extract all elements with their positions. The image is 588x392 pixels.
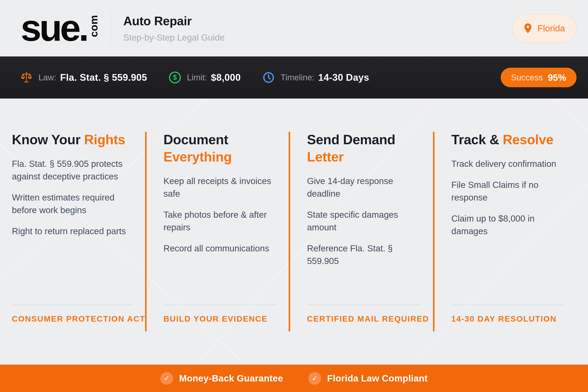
timeline-value: 14-30 Days (318, 72, 369, 83)
limit-label: Limit: (187, 73, 207, 82)
timeline-label: Timeline: (281, 73, 314, 82)
page-title: Auto Repair (123, 14, 225, 28)
list-item: Track delivery confirmation (451, 158, 570, 170)
scales-icon (20, 71, 33, 84)
header-titles: Auto Repair Step-by-Step Legal Guide (123, 14, 225, 43)
list-item: Give 14-day response deadline (307, 175, 426, 200)
footer-rule (307, 304, 421, 305)
law-label: Law: (39, 73, 56, 82)
success-badge: Success 95% (501, 68, 576, 87)
footer-compliance: ✓ Florida Law Compliant (308, 372, 428, 385)
column-title-accent: Rights (84, 132, 125, 147)
location-pin-icon (524, 23, 532, 34)
column-title: Track & Resolve (451, 131, 576, 148)
list-item: Record all communications (164, 242, 282, 255)
column-title-accent: Letter (307, 148, 434, 166)
location-badge-label: Florida (537, 23, 565, 34)
limit-value: $8,000 (211, 72, 241, 83)
list-item: Take photos before & after repairs (164, 208, 282, 234)
list-item: Written estimates required before work b… (12, 191, 131, 216)
column-footer-label: CERTIFIED MAIL REQUIRED (307, 314, 426, 324)
footer-bar: ✓ Money-Back Guarantee ✓ Florida Law Com… (0, 365, 588, 392)
location-badge[interactable]: Florida (512, 14, 576, 42)
column-items: Fla. Stat. § 559.905 protects against de… (12, 158, 146, 238)
check-icon: ✓ (308, 372, 321, 385)
header: sue. com Auto Repair Step-by-Step Legal … (0, 0, 588, 56)
column-send-demand-letter: Send DemandLetter Give 14-day response d… (289, 98, 434, 365)
clock-icon (262, 71, 275, 84)
list-item: File Small Claims if no response (451, 178, 570, 204)
list-item: Reference Fla. Stat. § 559.905 (307, 242, 426, 267)
dollar-icon: $ (169, 71, 181, 84)
footer-rule (164, 304, 277, 305)
footer-rule (12, 304, 133, 305)
column-title-accent: Resolve (503, 132, 553, 147)
column-title: DocumentEverything (164, 131, 289, 166)
stat-timeline: Timeline: 14-30 Days (262, 71, 369, 84)
sue-com-logo[interactable]: sue. com (21, 0, 100, 56)
list-item: State specific damages amount (307, 208, 426, 234)
stat-law: Law: Fla. Stat. § 559.905 (20, 71, 147, 84)
column-know-your-rights: Know Your Rights Fla. Stat. § 559.905 pr… (12, 98, 146, 365)
column-items: Keep all receipts & invoices safe Take p… (164, 175, 289, 255)
page-subtitle: Step-by-Step Legal Guide (123, 32, 225, 43)
success-badge-value: 95% (548, 72, 566, 83)
column-items: Give 14-day response deadline State spec… (307, 175, 434, 267)
steps-columns: Know Your Rights Fla. Stat. § 559.905 pr… (0, 98, 588, 365)
footer-compliance-label: Florida Law Compliant (327, 373, 428, 384)
column-footer-label: CONSUMER PROTECTION ACT (12, 314, 138, 324)
stat-limit: $ Limit: $8,000 (169, 71, 241, 84)
column-footer: BUILD YOUR EVIDENCE (164, 304, 282, 324)
check-icon: ✓ (160, 372, 173, 385)
footer-rule (451, 304, 564, 305)
list-item: Fla. Stat. § 559.905 protects against de… (12, 158, 131, 183)
column-title: Know Your Rights (12, 131, 146, 148)
footer-guarantee: ✓ Money-Back Guarantee (160, 372, 283, 385)
logo-com-vertical: com (88, 10, 100, 46)
column-footer: CONSUMER PROTECTION ACT (12, 304, 138, 324)
success-badge-label: Success (511, 73, 543, 82)
logo-text: sue. (21, 9, 87, 46)
list-item: Claim up to $8,000 in damages (451, 212, 570, 238)
footer-guarantee-label: Money-Back Guarantee (179, 373, 283, 384)
column-title-accent: Everything (164, 148, 289, 166)
list-item: Right to return replaced parts (12, 225, 131, 238)
column-footer-label: BUILD YOUR EVIDENCE (164, 314, 282, 324)
column-footer: CERTIFIED MAIL REQUIRED (307, 304, 426, 324)
column-footer-label: 14-30 DAY RESOLUTION (451, 314, 568, 324)
column-items: Track delivery confirmation File Small C… (451, 158, 576, 238)
column-document-everything: DocumentEverything Keep all receipts & i… (146, 98, 289, 365)
column-title: Send DemandLetter (307, 131, 434, 166)
column-footer: 14-30 DAY RESOLUTION (451, 304, 568, 324)
header-divider (110, 10, 111, 46)
column-track-resolve: Track & Resolve Track delivery confirmat… (434, 98, 576, 365)
law-value: Fla. Stat. § 559.905 (60, 72, 147, 83)
list-item: Keep all receipts & invoices safe (164, 175, 282, 200)
stats-bar: Law: Fla. Stat. § 559.905 $ Limit: $8,00… (0, 56, 588, 98)
